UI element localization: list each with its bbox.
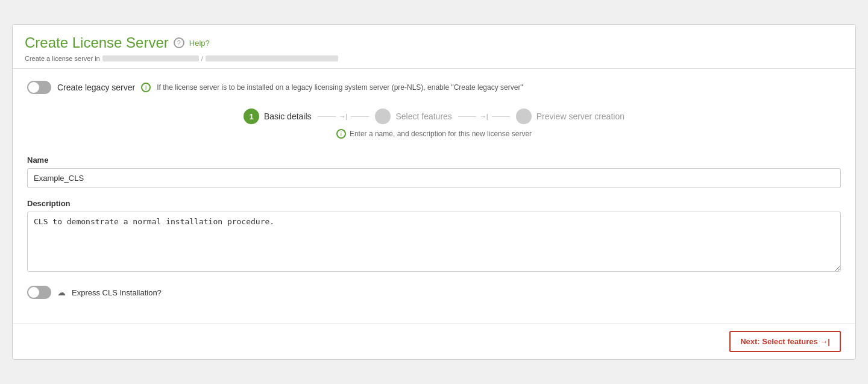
page-content: Create legacy server i If the license se…: [13, 69, 855, 323]
name-group: Name: [27, 156, 841, 188]
name-label: Name: [27, 156, 841, 165]
title-row: Create License Server ? Help?: [25, 34, 843, 51]
step-3-label: Preview server creation: [536, 112, 624, 121]
express-label: Express CLS Installation?: [72, 288, 162, 297]
cloud-icon: ☁: [57, 288, 66, 297]
breadcrumb-part2: [206, 55, 338, 61]
description-group: Description CLS to demonstrate a normal …: [27, 199, 841, 274]
sep-line-3: [458, 116, 476, 117]
stepper-hint: i Enter a name, and description for this…: [27, 129, 841, 139]
step-1-separator: →|: [318, 113, 370, 120]
legacy-server-row: Create legacy server i If the license se…: [27, 81, 841, 94]
step-1-label: Basic details: [264, 112, 312, 121]
express-toggle-knob: [28, 287, 39, 298]
express-toggle[interactable]: [27, 286, 51, 299]
description-label: Description: [27, 199, 841, 208]
help-icon: ?: [174, 37, 184, 48]
help-link[interactable]: Help?: [189, 39, 210, 48]
legacy-server-label: Create legacy server: [57, 83, 135, 92]
step-1-arrow: →|: [339, 113, 348, 120]
main-window: Create License Server ? Help? Create a l…: [12, 24, 856, 360]
breadcrumb: Create a license server in /: [25, 55, 843, 62]
legacy-server-toggle[interactable]: [27, 81, 51, 94]
wizard-stepper: 1 Basic details →| Select features →|: [27, 109, 841, 124]
legacy-info-icon: i: [141, 83, 151, 92]
step-3: Preview server creation: [516, 109, 624, 124]
page-header: Create License Server ? Help? Create a l…: [13, 25, 855, 69]
breadcrumb-sep: /: [201, 55, 203, 62]
breadcrumb-prefix: Create a license server in: [25, 55, 100, 62]
stepper-hint-icon: i: [336, 129, 346, 139]
next-button-label: Next: Select features →|: [740, 337, 830, 346]
toggle-knob: [28, 82, 39, 93]
step-2-separator: →|: [458, 113, 510, 120]
next-button[interactable]: Next: Select features →|: [729, 331, 841, 352]
express-row: ☁ Express CLS Installation?: [27, 286, 841, 299]
breadcrumb-part1: [102, 55, 199, 61]
name-input[interactable]: [27, 168, 841, 188]
step-1: 1 Basic details: [244, 109, 312, 124]
step-1-number: 1: [244, 109, 259, 124]
sep-line-1: [318, 116, 336, 117]
step-2-number: [375, 109, 391, 124]
stepper-hint-text: Enter a name, and description for this n…: [350, 130, 532, 138]
step-2-label: Select features: [395, 112, 451, 121]
step-2-arrow: →|: [480, 113, 488, 120]
step-3-number: [516, 109, 532, 124]
sep-line-2: [351, 116, 369, 117]
step-2: Select features: [375, 109, 451, 124]
description-textarea[interactable]: CLS to demonstrate a normal installation…: [27, 212, 841, 272]
page-footer: Next: Select features →|: [13, 323, 855, 359]
legacy-hint-text: If the license server is to be installed…: [157, 83, 523, 92]
sep-line-4: [492, 116, 510, 117]
page-title: Create License Server: [25, 34, 169, 51]
